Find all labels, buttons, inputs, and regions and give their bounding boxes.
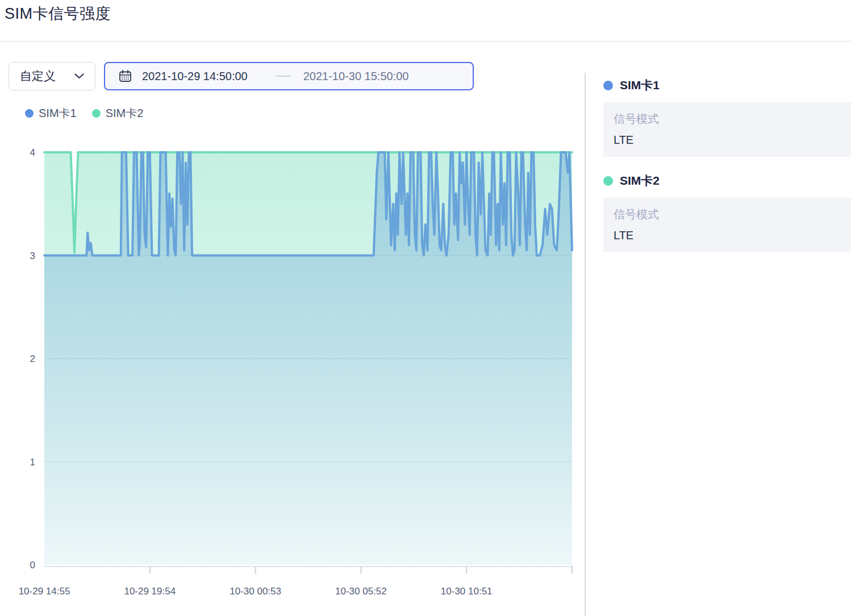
sim1-detail-header: SIM卡1 bbox=[603, 77, 851, 93]
svg-text:3: 3 bbox=[30, 251, 35, 261]
panel-divider bbox=[585, 73, 586, 616]
svg-text:2: 2 bbox=[30, 353, 35, 364]
time-controls: 自定义 2021-10-29 14:50:00 2021-10-30 15:50… bbox=[9, 62, 474, 90]
svg-text:10-30 10:51: 10-30 10:51 bbox=[441, 586, 493, 597]
svg-text:10-29 14:55: 10-29 14:55 bbox=[19, 586, 70, 597]
signal-mode-value: LTE bbox=[614, 134, 845, 147]
date-range-separator bbox=[276, 76, 291, 77]
sim-details-panel: SIM卡1 信号模式 LTE SIM卡2 信号模式 LTE bbox=[603, 73, 851, 252]
sim1-card: 信号模式 LTE bbox=[603, 102, 851, 157]
date-range-start[interactable]: 2021-10-29 14:50:00 bbox=[142, 70, 248, 83]
signal-strength-chart: 0123410-29 14:5510-29 19:5410-30 00:5310… bbox=[0, 136, 584, 616]
legend-item-sim2[interactable]: SIM卡2 bbox=[92, 106, 144, 121]
legend-label: SIM卡1 bbox=[39, 106, 77, 121]
sim2-dot bbox=[603, 176, 613, 186]
chart-canvas: 0123410-29 14:5510-29 19:5410-30 00:5310… bbox=[0, 136, 584, 616]
sim2-card: 信号模式 LTE bbox=[603, 198, 851, 252]
signal-mode-label: 信号模式 bbox=[614, 111, 845, 127]
calendar-icon bbox=[119, 70, 132, 82]
legend-label: SIM卡2 bbox=[106, 106, 144, 121]
sim2-name: SIM卡2 bbox=[620, 173, 660, 189]
sim2-detail-header: SIM卡2 bbox=[603, 173, 851, 189]
chart-legend: SIM卡1 SIM卡2 bbox=[25, 106, 158, 121]
header-divider bbox=[0, 41, 851, 41]
svg-text:10-30 00:53: 10-30 00:53 bbox=[230, 586, 281, 597]
svg-text:10-29 19:54: 10-29 19:54 bbox=[124, 586, 176, 597]
range-preset-label: 自定义 bbox=[20, 68, 56, 84]
sim1-detail: SIM卡1 信号模式 LTE bbox=[603, 77, 851, 157]
date-range-picker[interactable]: 2021-10-29 14:50:00 2021-10-30 15:50:00 bbox=[104, 62, 474, 90]
date-range-end[interactable]: 2021-10-30 15:50:00 bbox=[303, 70, 409, 83]
legend-item-sim1[interactable]: SIM卡1 bbox=[25, 106, 77, 121]
svg-text:0: 0 bbox=[30, 560, 35, 571]
svg-text:4: 4 bbox=[30, 147, 35, 158]
signal-mode-value: LTE bbox=[614, 229, 845, 242]
sim1-name: SIM卡1 bbox=[620, 77, 660, 93]
chevron-down-icon bbox=[74, 73, 84, 79]
sim1-legend-dot bbox=[25, 109, 34, 118]
sim2-detail: SIM卡2 信号模式 LTE bbox=[603, 173, 851, 252]
signal-mode-label: 信号模式 bbox=[614, 207, 845, 222]
sim2-legend-dot bbox=[92, 109, 101, 118]
range-preset-dropdown[interactable]: 自定义 bbox=[9, 62, 95, 90]
svg-text:1: 1 bbox=[30, 457, 35, 468]
sim1-dot bbox=[603, 81, 613, 90]
page-title: SIM卡信号强度 bbox=[5, 3, 111, 24]
svg-text:10-30 05:52: 10-30 05:52 bbox=[335, 586, 387, 597]
